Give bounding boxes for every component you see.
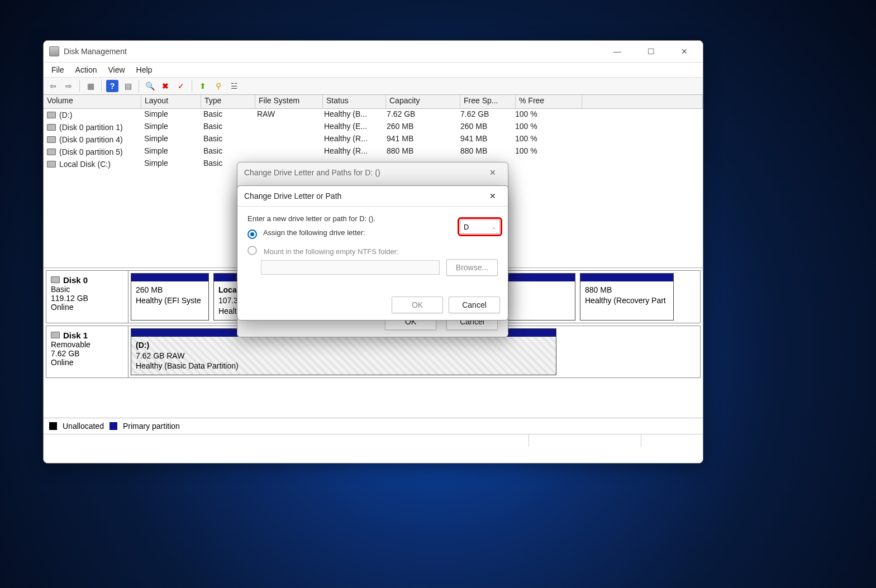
menubar: File Action View Help xyxy=(44,63,703,78)
change-letter-or-path-dialog: Change Drive Letter or Path ✕ Enter a ne… xyxy=(237,185,508,321)
col-status[interactable]: Status xyxy=(323,95,386,108)
dlg1-title: Change Drive Letter and Paths for D: () xyxy=(244,168,380,177)
menu-file[interactable]: File xyxy=(51,65,64,74)
col-pctfree[interactable]: % Free xyxy=(516,95,582,108)
check-icon[interactable]: ✓ xyxy=(175,80,187,92)
legend-primary: Primary partition xyxy=(123,422,180,431)
action3-icon[interactable]: ☱ xyxy=(228,80,240,92)
radio-mount-folder xyxy=(247,246,257,255)
col-layout[interactable]: Layout xyxy=(141,95,201,108)
browse-button: Browse... xyxy=(446,259,498,276)
col-type[interactable]: Type xyxy=(201,95,255,108)
volume-row[interactable]: (Disk 0 partition 1) SimpleBasic Healthy… xyxy=(44,121,703,133)
mount-path-input xyxy=(261,260,440,275)
close-button[interactable]: ✕ xyxy=(672,43,697,60)
partition[interactable]: 260 MBHealthy (EFI Syste xyxy=(131,273,209,321)
volume-row[interactable]: (D:) SimpleBasicRAW Healthy (B...7.62 GB… xyxy=(44,109,703,121)
drive-letter-combo[interactable]: D ⌄ xyxy=(460,219,500,234)
legend: Unallocated Primary partition xyxy=(44,418,703,434)
show-hide-console-icon[interactable]: ▦ xyxy=(84,80,97,92)
volume-row[interactable]: (Disk 0 partition 5) SimpleBasic Healthy… xyxy=(44,146,703,158)
refresh-icon[interactable]: ▤ xyxy=(122,80,134,92)
radio-assign-letter[interactable] xyxy=(247,230,257,239)
legend-primary-swatch xyxy=(110,422,117,430)
action1-icon[interactable]: ⬆ xyxy=(197,80,209,92)
action2-icon[interactable]: ⚲ xyxy=(212,80,225,92)
volume-list-header: Volume Layout Type File System Status Ca… xyxy=(44,95,703,109)
back-icon[interactable]: ⇦ xyxy=(47,80,59,92)
window-title: Disk Management xyxy=(64,47,127,56)
chevron-down-icon: ⌄ xyxy=(492,224,496,230)
forward-icon[interactable]: ⇨ xyxy=(63,80,75,92)
volume-row[interactable]: (Disk 0 partition 4) SimpleBasic Healthy… xyxy=(44,133,703,146)
minimize-button[interactable]: — xyxy=(604,43,630,60)
menu-action[interactable]: Action xyxy=(75,65,97,74)
dlg2-close-icon[interactable]: ✕ xyxy=(484,188,501,204)
app-icon xyxy=(49,46,59,56)
titlebar[interactable]: Disk Management — ☐ ✕ xyxy=(44,41,703,63)
dlg1-close-icon[interactable]: ✕ xyxy=(484,164,501,181)
statusbar xyxy=(44,434,703,447)
legend-unallocated: Unallocated xyxy=(63,422,104,431)
dlg2-title: Change Drive Letter or Path xyxy=(244,192,341,200)
dlg2-ok-button[interactable]: OK xyxy=(392,297,443,313)
delete-icon[interactable]: ✖ xyxy=(159,80,172,92)
partition[interactable]: 880 MBHealthy (Recovery Part xyxy=(580,273,674,321)
mount-folder-option: Mount in the following empty NTFS folder… xyxy=(247,246,498,256)
menu-view[interactable]: View xyxy=(108,65,125,74)
dlg2-cancel-button[interactable]: Cancel xyxy=(449,297,500,313)
col-volume[interactable]: Volume xyxy=(44,95,141,108)
toolbar: ⇦ ⇨ ▦ ? ▤ 🔍 ✖ ✓ ⬆ ⚲ ☱ xyxy=(44,78,703,95)
col-filesystem[interactable]: File System xyxy=(255,95,323,108)
maximize-button[interactable]: ☐ xyxy=(638,43,664,60)
legend-unallocated-swatch xyxy=(49,422,57,430)
properties-icon[interactable]: 🔍 xyxy=(144,80,156,92)
col-capacity[interactable]: Capacity xyxy=(386,95,460,108)
col-free[interactable]: Free Sp... xyxy=(460,95,516,108)
menu-help[interactable]: Help xyxy=(136,65,153,74)
help-icon[interactable]: ? xyxy=(106,80,118,92)
